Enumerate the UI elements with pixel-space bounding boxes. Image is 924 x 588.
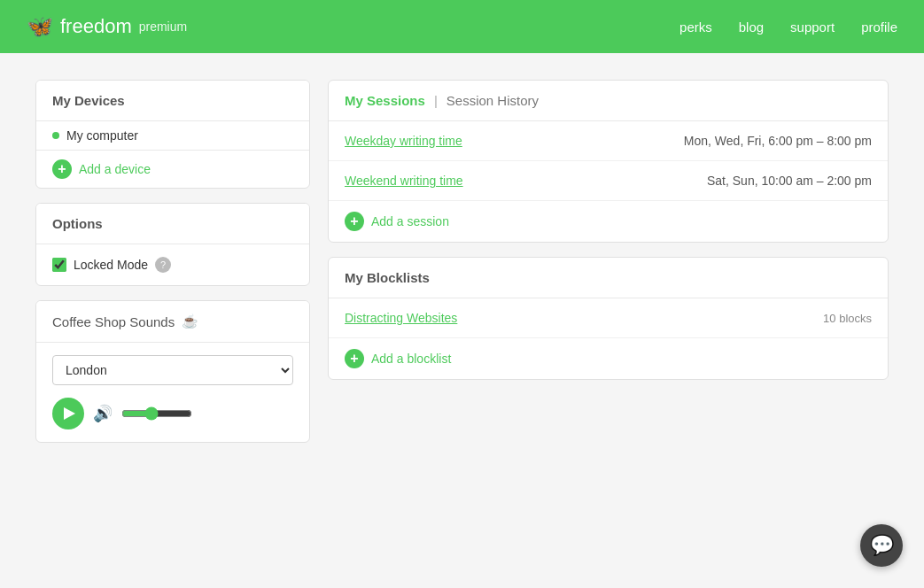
blocklist-name-distracting[interactable]: Distracting Websites: [345, 311, 457, 325]
right-column: My Sessions | Session History Weekday wr…: [328, 80, 889, 443]
session-time-weekend: Sat, Sun, 10:00 am – 2:00 pm: [707, 174, 872, 188]
session-name-weekday[interactable]: Weekday writing time: [345, 134, 462, 148]
add-blocklist-button[interactable]: + Add a blocklist: [329, 338, 888, 379]
sessions-card: My Sessions | Session History Weekday wr…: [328, 80, 889, 243]
locked-mode-checkbox[interactable]: [52, 258, 66, 272]
nav-profile[interactable]: profile: [861, 19, 897, 35]
locked-mode-row: Locked Mode ?: [36, 244, 309, 285]
volume-slider[interactable]: [121, 406, 192, 421]
nav-support[interactable]: support: [790, 19, 835, 35]
session-name-weekend[interactable]: Weekend writing time: [345, 174, 463, 188]
coffee-location-select[interactable]: London New York Paris Tokyo: [52, 355, 293, 385]
logo: 🦋 freedom premium: [27, 14, 187, 39]
volume-icon: 🔊: [93, 404, 113, 423]
play-icon: [64, 407, 75, 420]
coffee-card: Coffee Shop Sounds ☕ London New York Par…: [35, 300, 310, 443]
devices-header: My Devices: [36, 81, 309, 121]
device-dot: [52, 132, 59, 139]
logo-premium: premium: [139, 19, 187, 34]
nav-perks[interactable]: perks: [679, 19, 712, 35]
device-item-computer: My computer: [36, 121, 309, 150]
locked-mode-label: Locked Mode: [74, 258, 148, 272]
main-nav: perks blog support profile: [679, 19, 897, 35]
session-time-weekday: Mon, Wed, Fri, 6:00 pm – 8:00 pm: [684, 134, 872, 148]
blocklists-card: My Blocklists Distracting Websites 10 bl…: [328, 257, 889, 380]
blocklists-header: My Blocklists: [329, 258, 888, 298]
sessions-history-tab[interactable]: Session History: [446, 93, 539, 108]
devices-card: My Devices My computer + Add a device: [35, 80, 310, 189]
logo-text: freedom: [60, 15, 132, 38]
session-row-weekday: Weekday writing time Mon, Wed, Fri, 6:00…: [329, 121, 888, 161]
main-content: My Devices My computer + Add a device Op…: [0, 53, 924, 469]
blocklist-count-distracting: 10 blocks: [823, 312, 872, 325]
device-name: My computer: [66, 128, 138, 143]
coffee-icon: ☕: [182, 313, 198, 329]
play-button[interactable]: [52, 398, 84, 429]
session-row-weekend: Weekend writing time Sat, Sun, 10:00 am …: [329, 161, 888, 201]
chat-icon: 💬: [870, 534, 894, 557]
add-session-label: Add a session: [371, 214, 449, 228]
sessions-tab[interactable]: My Sessions: [345, 93, 425, 108]
locked-mode-help[interactable]: ?: [155, 257, 171, 273]
logo-icon: 🦋: [27, 14, 53, 39]
options-header: Options: [36, 204, 309, 244]
add-session-icon: +: [345, 212, 364, 231]
sessions-header: My Sessions | Session History: [329, 81, 888, 121]
add-device-label: Add a device: [79, 162, 151, 176]
nav-blog[interactable]: blog: [739, 19, 764, 35]
coffee-body: London New York Paris Tokyo 🔊: [36, 343, 309, 442]
add-session-button[interactable]: + Add a session: [329, 201, 888, 242]
coffee-header: Coffee Shop Sounds ☕: [36, 301, 309, 343]
add-blocklist-icon: +: [345, 349, 364, 368]
left-column: My Devices My computer + Add a device Op…: [35, 80, 310, 443]
add-device-button[interactable]: + Add a device: [36, 150, 309, 188]
chat-bubble[interactable]: 💬: [860, 524, 903, 567]
options-card: Options Locked Mode ?: [35, 203, 310, 286]
add-device-icon: +: [52, 159, 72, 179]
sessions-divider: |: [434, 93, 438, 108]
blocklist-row-distracting: Distracting Websites 10 blocks: [329, 298, 888, 338]
coffee-title: Coffee Shop Sounds: [52, 314, 175, 329]
audio-controls: 🔊: [52, 398, 293, 429]
header: 🦋 freedom premium perks blog support pro…: [0, 0, 924, 53]
add-blocklist-label: Add a blocklist: [371, 352, 451, 366]
